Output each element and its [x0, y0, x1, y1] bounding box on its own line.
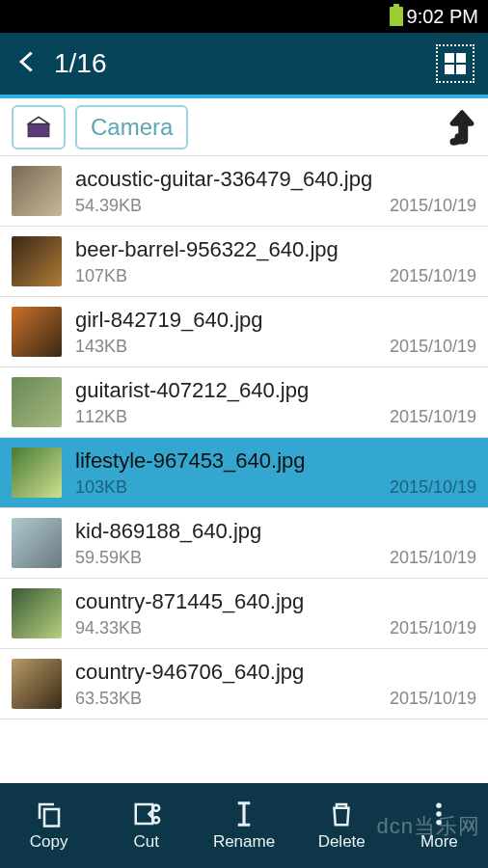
file-date: 2015/10/19: [390, 266, 476, 286]
file-name: kid-869188_640.jpg: [75, 519, 476, 544]
file-date: 2015/10/19: [390, 337, 476, 357]
up-navigation-icon[interactable]: [447, 108, 476, 147]
file-thumbnail: [12, 377, 62, 427]
file-row[interactable]: kid-869188_640.jpg59.59KB2015/10/19: [0, 508, 488, 579]
file-size: 107KB: [75, 266, 127, 286]
status-time: 9:02 PM: [407, 6, 478, 28]
delete-icon: [327, 800, 356, 828]
status-bar: 9:02 PM: [0, 0, 488, 33]
file-row[interactable]: country-871445_640.jpg94.33KB2015/10/19: [0, 579, 488, 649]
file-thumbnail: [12, 448, 62, 498]
home-chip[interactable]: [12, 105, 66, 149]
delete-label: Delete: [318, 832, 366, 852]
grid-view-icon[interactable]: [436, 44, 474, 83]
file-name: girl-842719_640.jpg: [75, 308, 476, 333]
more-label: More: [420, 832, 458, 852]
file-date: 2015/10/19: [390, 407, 476, 427]
app-bar: 1/16: [0, 33, 488, 95]
breadcrumb: Camera: [0, 98, 488, 156]
file-size: 63.53KB: [75, 689, 142, 709]
file-size: 59.59KB: [75, 548, 142, 568]
file-list[interactable]: acoustic-guitar-336479_640.jpg54.39KB201…: [0, 156, 488, 783]
cut-label: Cut: [134, 832, 159, 852]
file-info: country-871445_640.jpg94.33KB2015/10/19: [75, 589, 476, 638]
svg-point-8: [437, 820, 443, 826]
cut-icon: [132, 800, 161, 828]
file-date: 2015/10/19: [390, 196, 476, 216]
svg-point-5: [153, 817, 159, 823]
file-row[interactable]: girl-842719_640.jpg143KB2015/10/19: [0, 297, 488, 367]
file-row[interactable]: beer-barrel-956322_640.jpg107KB2015/10/1…: [0, 227, 488, 297]
file-thumbnail: [12, 588, 62, 638]
file-info: lifestyle-967453_640.jpg103KB2015/10/19: [75, 448, 476, 498]
battery-icon: [390, 7, 403, 26]
file-name: country-946706_640.jpg: [75, 660, 476, 685]
file-row[interactable]: acoustic-guitar-336479_640.jpg54.39KB201…: [0, 156, 488, 227]
file-row[interactable]: guitarist-407212_640.jpg112KB2015/10/19: [0, 367, 488, 438]
delete-button[interactable]: Delete: [293, 783, 391, 868]
file-date: 2015/10/19: [390, 618, 476, 638]
file-thumbnail: [12, 166, 62, 216]
home-icon: [25, 116, 52, 139]
file-size: 94.33KB: [75, 618, 142, 638]
folder-chip[interactable]: Camera: [75, 105, 188, 149]
svg-rect-0: [29, 123, 49, 136]
bottom-toolbar: Copy Cut Rename Delete More: [0, 783, 488, 868]
folder-chip-label: Camera: [91, 114, 173, 141]
file-thumbnail: [12, 518, 62, 568]
file-size: 112KB: [75, 407, 127, 427]
file-name: acoustic-guitar-336479_640.jpg: [75, 167, 476, 192]
svg-rect-2: [44, 809, 59, 827]
file-size: 54.39KB: [75, 196, 142, 216]
selection-counter: 1/16: [54, 48, 107, 79]
rename-label: Rename: [213, 832, 275, 852]
more-icon: [424, 800, 453, 828]
file-info: guitarist-407212_640.jpg112KB2015/10/19: [75, 378, 476, 427]
svg-point-6: [437, 803, 443, 809]
file-name: country-871445_640.jpg: [75, 589, 476, 614]
file-name: beer-barrel-956322_640.jpg: [75, 237, 476, 262]
file-size: 103KB: [75, 477, 127, 498]
file-name: lifestyle-967453_640.jpg: [75, 448, 476, 474]
file-row[interactable]: country-946706_640.jpg63.53KB2015/10/19: [0, 649, 488, 719]
copy-button[interactable]: Copy: [0, 783, 97, 868]
file-info: beer-barrel-956322_640.jpg107KB2015/10/1…: [75, 237, 476, 286]
file-size: 143KB: [75, 337, 127, 357]
file-info: acoustic-guitar-336479_640.jpg54.39KB201…: [75, 167, 476, 216]
more-button[interactable]: More: [391, 783, 488, 868]
back-icon[interactable]: [14, 48, 41, 79]
file-thumbnail: [12, 659, 62, 709]
rename-icon: [230, 800, 258, 828]
file-date: 2015/10/19: [390, 477, 476, 498]
svg-point-7: [437, 811, 443, 817]
svg-point-4: [153, 805, 159, 811]
copy-label: Copy: [30, 832, 68, 852]
file-info: country-946706_640.jpg63.53KB2015/10/19: [75, 660, 476, 709]
file-date: 2015/10/19: [390, 689, 476, 709]
cut-button[interactable]: Cut: [97, 783, 195, 868]
file-info: kid-869188_640.jpg59.59KB2015/10/19: [75, 519, 476, 568]
file-row[interactable]: lifestyle-967453_640.jpg103KB2015/10/19: [0, 438, 488, 508]
file-thumbnail: [12, 307, 62, 357]
file-thumbnail: [12, 236, 62, 286]
file-date: 2015/10/19: [390, 548, 476, 568]
file-info: girl-842719_640.jpg143KB2015/10/19: [75, 308, 476, 357]
copy-icon: [35, 800, 64, 828]
file-name: guitarist-407212_640.jpg: [75, 378, 476, 403]
rename-button[interactable]: Rename: [195, 783, 292, 868]
